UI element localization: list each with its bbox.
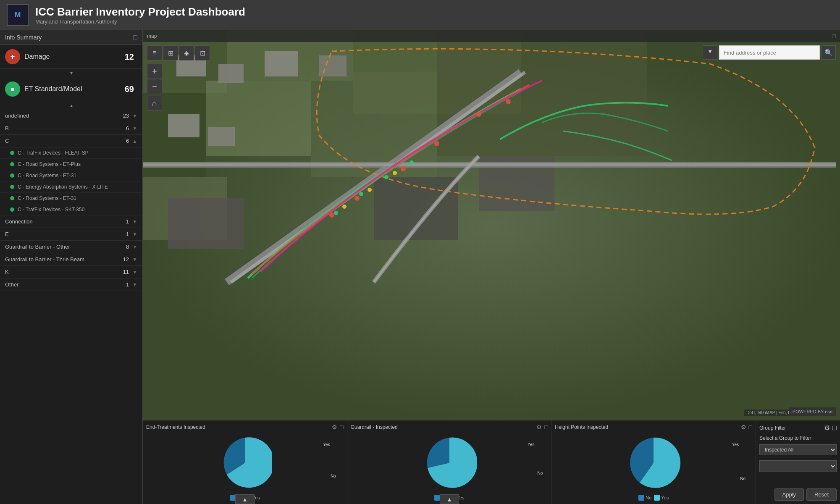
dropdown-arrow-icon: ▼ <box>707 48 713 55</box>
et-standard-collapse[interactable]: ▴ <box>0 101 142 110</box>
list-label-connection: Connection <box>5 218 126 225</box>
list-icon: ≡ <box>152 49 156 57</box>
list-view-button[interactable]: ≡ <box>147 45 162 60</box>
group-filter-title: Group Filter <box>759 425 786 431</box>
map-toolbar-row: ≡ ⊞ ◈ ⊡ <box>147 45 210 60</box>
end-treatments-expand-button[interactable]: ▴ <box>235 494 255 504</box>
damage-expand[interactable]: ▾ <box>0 69 142 77</box>
gr-no-dot <box>434 495 440 501</box>
sub-item-skt-350: C - TrafFix Devices - SKT-350 <box>0 204 142 215</box>
list-label-c: C <box>5 138 126 144</box>
guardrail-expand-button[interactable]: ▴ <box>440 494 459 504</box>
map-background <box>143 30 840 420</box>
list-count-c: 6 <box>126 138 129 144</box>
list-item-b[interactable]: B 6 ▼ <box>0 122 142 135</box>
guardrail-pie: Yes No <box>351 436 548 490</box>
list-item-undefined[interactable]: undefined 23 ▼ <box>0 110 142 122</box>
svg-rect-6 <box>311 72 437 177</box>
map-zoom-controls: + − ⌂ <box>147 64 162 111</box>
guardrail-close-icon[interactable]: □ <box>544 424 548 430</box>
group-filter-select-row: Inspected All <box>759 444 837 455</box>
svg-rect-17 <box>208 127 235 146</box>
svg-point-32 <box>359 192 363 196</box>
expand-icon-gr: ▴ <box>448 496 451 503</box>
svg-rect-16 <box>168 114 200 137</box>
end-treatments-pie: Yes No <box>146 436 344 490</box>
svg-rect-9 <box>168 198 244 249</box>
map-title: map <box>147 33 157 39</box>
et-standard-icon: ● <box>5 81 20 97</box>
height-points-close-icon[interactable]: □ <box>749 424 752 430</box>
damage-icon: + <box>5 49 20 64</box>
info-summary-close-button[interactable]: □ <box>133 34 137 41</box>
list-item-other[interactable]: Other 1 ▼ <box>0 278 142 291</box>
sub-label-et-plus: C - Road Systems - ET-Plus <box>18 161 81 167</box>
damage-icon-symbol: + <box>10 52 15 61</box>
zoom-out-icon: − <box>152 82 157 92</box>
second-filter-row <box>759 460 837 472</box>
info-summary-title: Info Summary <box>5 34 42 41</box>
group-filter-settings-icon[interactable]: ⚙ <box>824 424 830 432</box>
group-filter-dropdown[interactable]: Inspected All <box>759 444 837 455</box>
list-item-connection[interactable]: Connection 1 ▼ <box>0 215 142 228</box>
svg-point-24 <box>393 171 397 175</box>
height-points-settings-icon[interactable]: ⚙ <box>741 424 746 430</box>
second-filter-dropdown[interactable] <box>759 460 837 472</box>
right-section: map □ ≡ ⊞ ◈ ⊡ + <box>143 30 840 504</box>
height-points-pie: Yes No <box>555 436 752 490</box>
search-button[interactable]: 🔍 <box>822 45 836 60</box>
map-close-button[interactable]: □ <box>832 33 836 39</box>
end-treatments-settings-icon[interactable]: ⚙ <box>332 424 337 430</box>
et-no-label: No <box>331 474 336 478</box>
bottom-panels: End-Treatments Inspected ⚙ □ <box>143 420 840 504</box>
sub-item-fleat-sp: C - TrafFix Devices - FLEAT-SP <box>0 147 142 159</box>
list-item-guardrail-thrie[interactable]: Guardrail to Barrier - Thrie Beam 12 ▼ <box>0 253 142 266</box>
list-section: undefined 23 ▼ B 6 ▼ C 6 ▲ C - TrafFix D… <box>0 110 142 504</box>
et-no-dot <box>230 495 236 501</box>
svg-point-25 <box>329 213 334 218</box>
list-count-b: 6 <box>126 125 129 131</box>
hp-legend-yes: Yes <box>654 495 669 501</box>
et-standard-icon-symbol: ● <box>10 85 15 94</box>
guardrail-settings-icon[interactable]: ⚙ <box>536 424 542 430</box>
stack-button[interactable]: ◈ <box>179 45 194 60</box>
list-item-e[interactable]: E 1 ▼ <box>0 228 142 241</box>
layers-button[interactable]: ⊞ <box>163 45 178 60</box>
app-title: ICC Barrier Inventory Project Dashboard <box>35 5 245 18</box>
list-count-connection: 1 <box>126 218 129 225</box>
svg-point-27 <box>401 166 406 171</box>
reset-button[interactable]: Reset <box>806 488 837 501</box>
list-item-k[interactable]: K 11 ▼ <box>0 266 142 278</box>
end-treatments-title: End-Treatments Inspected <box>146 424 205 430</box>
list-item-guardrail-other[interactable]: Guardrail to Barrier - Other 8 ▼ <box>0 241 142 253</box>
main-content: Info Summary □ + Damage 12 ▾ ● ET Standa… <box>0 30 840 504</box>
list-count-k: 11 <box>123 269 129 275</box>
app-logo: M <box>7 4 29 26</box>
group-filter-close-icon[interactable]: □ <box>832 424 837 432</box>
search-dropdown[interactable]: ▼ <box>703 45 717 60</box>
list-label-guardrail-other: Guardrail to Barrier - Other <box>5 244 126 250</box>
home-button[interactable]: ⌂ <box>147 96 162 111</box>
damage-card: + Damage 12 <box>0 45 142 69</box>
sub-label-et-31b: C - Road Systems - ET-31 <box>18 195 76 201</box>
apply-button[interactable]: Apply <box>774 488 804 501</box>
sub-label-skt-350: C - TrafFix Devices - SKT-350 <box>18 207 84 213</box>
zoom-in-button[interactable]: + <box>147 64 162 79</box>
left-panel: Info Summary □ + Damage 12 ▾ ● ET Standa… <box>0 30 143 504</box>
end-treatments-close-icon[interactable]: □ <box>340 424 343 430</box>
svg-rect-13 <box>218 64 244 83</box>
stack-icon: ◈ <box>184 49 189 57</box>
height-points-panel: Height Points Inspected ⚙ □ Yes <box>551 420 756 504</box>
list-label-b: B <box>5 125 126 131</box>
hp-no-label: No <box>740 476 746 481</box>
cursor-button[interactable]: ⊡ <box>195 45 210 60</box>
search-input[interactable] <box>719 45 820 60</box>
height-points-title: Height Points Inspected <box>555 424 608 430</box>
zoom-out-button[interactable]: − <box>147 79 162 94</box>
chevron-up-icon: ▴ <box>70 102 73 108</box>
svg-point-22 <box>342 205 346 209</box>
et-standard-count: 69 <box>125 84 134 94</box>
header-titles: ICC Barrier Inventory Project Dashboard … <box>35 5 245 25</box>
list-item-c[interactable]: C 6 ▲ <box>0 135 142 147</box>
list-arrow-guardrail-thrie: ▼ <box>132 257 137 262</box>
